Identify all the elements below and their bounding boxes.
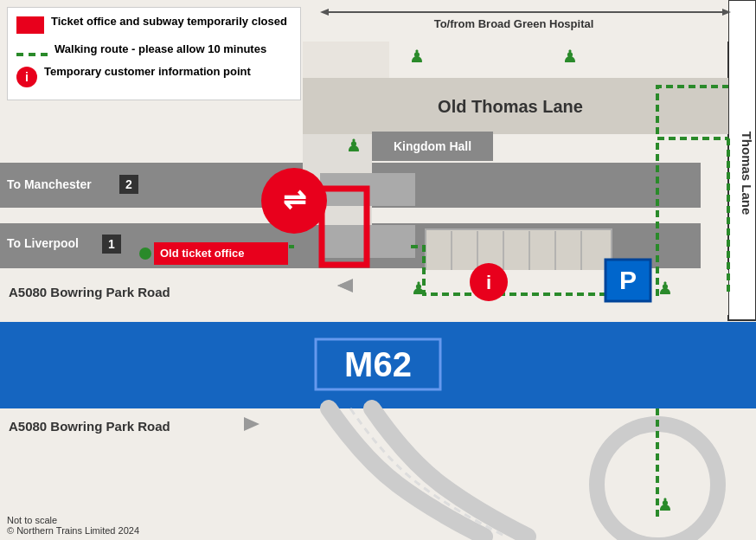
legend-closed-text: Ticket office and subway temporarily clo…: [51, 15, 287, 29]
svg-rect-27: [322, 189, 367, 265]
svg-point-30: [139, 248, 151, 260]
svg-marker-51: [244, 417, 259, 431]
svg-rect-8: [0, 163, 701, 208]
svg-text:M62: M62: [344, 345, 412, 383]
svg-rect-38: [119, 175, 138, 194]
svg-text:Old Thomas Lane: Old Thomas Lane: [438, 97, 583, 116]
legend-item-walking: Walking route - please allow 10 minutes: [16, 42, 292, 60]
svg-rect-20: [0, 270, 728, 315]
svg-point-33: [470, 263, 508, 301]
svg-rect-12: [320, 225, 415, 258]
svg-rect-35: [605, 260, 650, 301]
svg-text:♟: ♟: [346, 136, 362, 155]
bottom-note: Not to scale © Northern Trains Limited 2…: [7, 515, 139, 536]
svg-text:♟: ♟: [411, 279, 426, 298]
svg-text:⇌: ⇌: [283, 184, 306, 215]
svg-text:Thomas Lane: Thomas Lane: [740, 132, 754, 215]
svg-marker-5: [722, 9, 731, 16]
legend-item-closed: Ticket office and subway temporarily clo…: [16, 15, 292, 37]
svg-rect-48: [316, 339, 440, 389]
svg-text:Old ticket office: Old ticket office: [160, 247, 245, 260]
svg-rect-7: [303, 42, 389, 78]
svg-text:A5080  Bowring Park Road: A5080 Bowring Park Road: [9, 285, 170, 299]
svg-text:2: 2: [125, 177, 132, 191]
legend: Ticket office and subway temporarily clo…: [7, 7, 301, 100]
map-container: ⇌ Old ticket office Kingdom Hall i P To …: [0, 0, 756, 540]
svg-rect-6: [303, 78, 728, 134]
svg-text:♟: ♟: [657, 279, 673, 298]
legend-walking-text: Walking route - please allow 10 minutes: [54, 42, 266, 57]
svg-rect-13: [426, 229, 612, 309]
svg-marker-47: [337, 279, 353, 292]
dashed-line-icon: [16, 44, 48, 60]
svg-rect-28: [154, 242, 288, 265]
svg-text:To Liverpool: To Liverpool: [7, 236, 79, 250]
svg-text:A5080  Bowring Park Road: A5080 Bowring Park Road: [9, 419, 170, 434]
legend-info-text: Temporary customer information point: [44, 65, 251, 80]
svg-point-24: [597, 424, 718, 540]
svg-rect-41: [102, 235, 121, 254]
svg-rect-10: [303, 134, 372, 225]
svg-text:♟: ♟: [657, 495, 673, 514]
svg-text:1: 1: [108, 237, 115, 251]
svg-text:P: P: [619, 266, 637, 294]
svg-rect-2: [303, 0, 728, 42]
info-circle-icon: i: [16, 67, 37, 87]
svg-text:♟: ♟: [409, 47, 425, 66]
svg-marker-21: [337, 280, 350, 291]
not-to-scale: Not to scale: [7, 515, 139, 525]
svg-text:To/from Broad Green Hospital: To/from Broad Green Hospital: [434, 17, 594, 30]
svg-text:i: i: [486, 272, 491, 293]
svg-text:♟: ♟: [562, 47, 578, 66]
svg-marker-4: [320, 9, 329, 16]
copyright-notice: © Northern Trains Limited 2024: [7, 525, 139, 536]
svg-rect-1: [728, 0, 756, 320]
svg-text:Kingdom Hall: Kingdom Hall: [394, 139, 471, 153]
svg-rect-9: [0, 223, 701, 268]
legend-item-info: i Temporary customer information point: [16, 65, 292, 87]
svg-rect-22: [0, 322, 756, 408]
red-rect-icon: [16, 16, 44, 37]
svg-point-25: [261, 168, 327, 234]
svg-rect-31: [372, 132, 493, 161]
svg-text:To Manchester: To Manchester: [7, 177, 92, 191]
svg-rect-11: [320, 173, 415, 206]
